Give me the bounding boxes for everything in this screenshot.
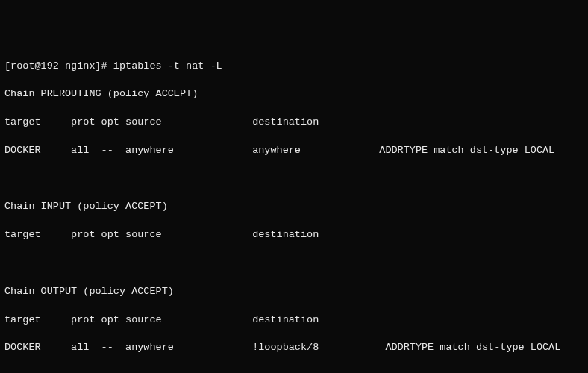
chain-header: target prot opt source destination <box>4 116 584 130</box>
blank-line <box>4 172 584 186</box>
chain-header: target prot opt source destination <box>4 228 584 242</box>
blank-line <box>4 257 584 271</box>
iptables-rule: DOCKER all -- anywhere !loopback/8 ADDRT… <box>4 341 584 355</box>
chain-title: Chain INPUT (policy ACCEPT) <box>4 200 584 214</box>
chain-title: Chain OUTPUT (policy ACCEPT) <box>4 285 584 299</box>
prompt-line: [root@192 nginx]# iptables -t nat -L <box>4 60 584 74</box>
blank-line <box>4 369 584 373</box>
iptables-rule: DOCKER all -- anywhere anywhere ADDRTYPE… <box>4 144 584 158</box>
chain-title: Chain PREROUTING (policy ACCEPT) <box>4 87 584 101</box>
chain-header: target prot opt source destination <box>4 313 584 327</box>
